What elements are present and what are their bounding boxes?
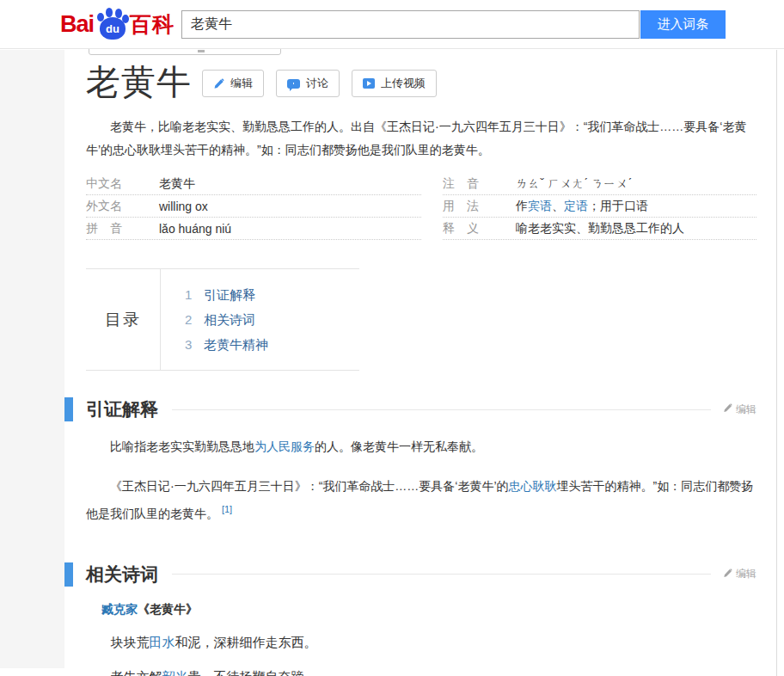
info-row-meaning: 释 义 喻老老实实、勤勤恳恳工作的人: [443, 218, 756, 240]
info-label: 外文名: [86, 199, 159, 214]
section-edit-label: 编辑: [736, 403, 756, 417]
catalog-item-2[interactable]: 2 相关诗词: [185, 307, 268, 332]
right-edge-divider: [776, 50, 777, 676]
catalog-item-number: 1: [185, 282, 204, 307]
article-content: 老黄牛 编辑 讨论 上传视频 老黄牛，比喻老老实实、勤勤恳恳: [64, 49, 776, 676]
poem-author-line: 臧克家《老黄牛》: [86, 602, 756, 618]
enter-entry-button[interactable]: 进入词条: [640, 10, 726, 39]
catalog-item-1[interactable]: 1 引证解释: [185, 282, 268, 307]
link-zang-kejia[interactable]: 臧克家: [101, 602, 138, 616]
search-input[interactable]: [181, 10, 640, 39]
citation-paragraph-2: 《王杰日记·一九六四年五月三十日》：“我们革命战士……要具备‘老黄牛’的忠心耿耿…: [86, 475, 760, 525]
section-accent-bar: [64, 562, 73, 587]
catalog-title: 目录: [86, 269, 161, 370]
info-row-usage: 用 法 作宾语、定语；用于口语: [443, 195, 756, 218]
citation-paragraph-1: 比喻指老老实实勤勤恳恳地为人民服务的人。像老黄牛一样无私奉献。: [86, 435, 760, 458]
info-label: 中文名: [86, 176, 159, 192]
top-header: Bai du 百科 进入词条: [0, 0, 784, 49]
catalog-list: 1 引证解释 2 相关诗词 3 老黄牛精神: [161, 269, 268, 370]
title-toolbar: 编辑 讨论 上传视频: [202, 70, 437, 97]
info-value: ㄌㄠˇ ㄏㄨㄤˊ ㄋㄧㄨˊ: [516, 176, 632, 192]
baike-page: Bai du 百科 进入词条 老黄牛 编辑: [0, 0, 784, 676]
truncated-banner: [89, 49, 281, 55]
section-title: 相关诗词: [86, 562, 158, 587]
poem-line-1: 块块荒田水和泥，深耕细作走东西。: [86, 631, 756, 654]
usage-link-object[interactable]: 宾语: [528, 199, 552, 212]
section-header: 引证解释 编辑: [86, 396, 756, 422]
page-title: 老黄牛: [86, 64, 192, 100]
usage-link-attributive[interactable]: 定语: [564, 199, 588, 212]
discuss-button[interactable]: 讨论: [276, 70, 340, 97]
info-row-foreign-name: 外文名 willing ox: [86, 195, 421, 218]
section-edit-label: 编辑: [736, 567, 756, 581]
info-value: lǎo huáng niú: [159, 222, 231, 236]
section-citation-explanation: 引证解释 编辑 比喻指老老实实勤勤恳恳地为人民服务的人。像老黄牛一样无私奉献。 …: [86, 396, 756, 525]
poem-line-2: 老牛亦解韶光贵，不待扬鞭自奋蹄。: [86, 666, 756, 676]
title-row: 老黄牛 编辑 讨论 上传视频: [86, 64, 756, 100]
upload-video-button-label: 上传视频: [381, 76, 426, 91]
reference-1-link[interactable]: [1]: [222, 504, 232, 514]
pencil-icon: [723, 568, 732, 581]
catalog-item-3[interactable]: 3 老黄牛精神: [185, 332, 268, 357]
logo-baike-text: 百科: [130, 10, 175, 39]
link-loyal-devoted[interactable]: 忠心耿耿: [509, 479, 557, 493]
basic-info-table: 中文名 老黄牛 外文名 willing ox 拼 音 lǎo huáng niú…: [86, 173, 756, 240]
info-label: 注 音: [443, 176, 516, 192]
info-value: 喻老老实实、勤勤恳恳工作的人: [516, 221, 684, 237]
catalog-box: 目录 1 引证解释 2 相关诗词 3 老黄牛精神: [86, 268, 359, 371]
catalog-item-label: 老黄牛精神: [204, 332, 268, 357]
comment-icon: [287, 79, 300, 89]
info-label: 用 法: [443, 199, 516, 214]
info-row-pinyin: 拼 音 lǎo huáng niú: [86, 218, 421, 240]
section-edit-link[interactable]: 编辑: [723, 403, 756, 417]
catalog-item-number: 3: [185, 332, 204, 357]
catalog-item-number: 2: [185, 307, 204, 332]
section-divider-line: [172, 574, 711, 575]
edit-button[interactable]: 编辑: [202, 70, 264, 97]
info-label: 释 义: [443, 221, 516, 237]
pencil-icon: [213, 78, 224, 89]
section-divider-line: [172, 409, 711, 410]
info-value: willing ox: [159, 200, 208, 213]
section-edit-link[interactable]: 编辑: [723, 567, 756, 581]
intro-paragraph: 老黄牛，比喻老老实实、勤勤恳恳工作的人。出自《王杰日记·一九六四年五月三十日》：…: [86, 115, 760, 162]
info-label: 拼 音: [86, 221, 159, 237]
info-row-chinese-name: 中文名 老黄牛: [86, 173, 421, 195]
left-gutter-background: [0, 50, 64, 668]
pencil-icon: [723, 403, 732, 415]
video-icon: [363, 78, 375, 89]
catalog-item-label: 相关诗词: [204, 307, 255, 332]
info-value: 老黄牛: [159, 176, 195, 192]
logo-du-text: du: [106, 22, 119, 35]
info-column-left: 中文名 老黄牛 外文名 willing ox 拼 音 lǎo huáng niú: [86, 173, 421, 240]
info-value: 作宾语、定语；用于口语: [516, 199, 648, 214]
link-serve-the-people[interactable]: 为人民服务: [254, 439, 315, 453]
link-paddy-field[interactable]: 田水: [150, 635, 175, 649]
logo-bai-text: Bai: [60, 11, 94, 38]
baidu-baike-logo[interactable]: Bai du 百科: [60, 7, 175, 41]
info-column-right: 注 音 ㄌㄠˇ ㄏㄨㄤˊ ㄋㄧㄨˊ 用 法 作宾语、定语；用于口语 释 义 喻老…: [443, 173, 756, 240]
section-header: 相关诗词 编辑: [86, 562, 756, 587]
upload-video-button[interactable]: 上传视频: [352, 70, 437, 97]
catalog-item-label: 引证解释: [204, 282, 255, 307]
link-shaoguang[interactable]: 韶光: [162, 669, 188, 676]
discuss-button-label: 讨论: [306, 76, 328, 91]
edit-button-label: 编辑: [230, 76, 253, 91]
section-accent-bar: [64, 397, 73, 421]
baidu-paw-icon: du: [95, 7, 129, 41]
info-row-zhuyin: 注 音 ㄌㄠˇ ㄏㄨㄤˊ ㄋㄧㄨˊ: [443, 173, 756, 195]
section-title: 引证解释: [86, 397, 158, 421]
section-related-poems: 相关诗词 编辑 臧克家《老黄牛》 块块荒田水和泥，深耕细作走东西。 老牛亦解韶光…: [86, 562, 756, 676]
